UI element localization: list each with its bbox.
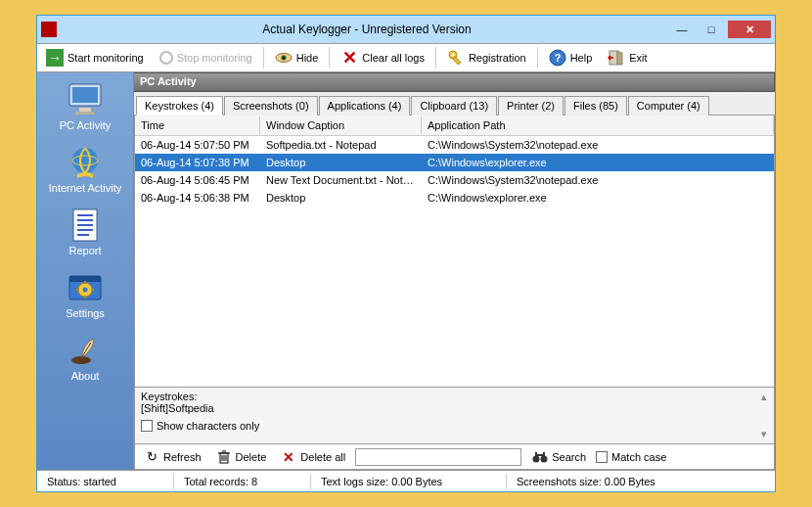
- checkbox-icon: [596, 451, 608, 463]
- tab-5[interactable]: Files (85): [564, 96, 627, 115]
- sidebar-item-report[interactable]: Report: [41, 202, 129, 264]
- svg-rect-11: [79, 108, 91, 112]
- table-row[interactable]: 06-Aug-14 5:07:38 PMDesktopC:\Windows\ex…: [135, 154, 774, 171]
- refresh-button[interactable]: ↻ Refresh: [139, 446, 205, 468]
- refresh-label: Refresh: [163, 451, 202, 463]
- detail-line1: Keystrokes:: [141, 391, 768, 402]
- tab-1[interactable]: Screenshots (0): [224, 96, 318, 115]
- hide-button[interactable]: Hide: [268, 46, 326, 69]
- tab-2[interactable]: Applications (4): [319, 96, 411, 115]
- delete-all-button[interactable]: ✕ Delete all: [276, 446, 349, 468]
- close-button[interactable]: ✕: [728, 21, 771, 38]
- start-monitoring-button[interactable]: → Start monitoring: [39, 46, 151, 69]
- cell-path: C:\Windows\explorer.exe: [422, 190, 774, 206]
- exit-label: Exit: [629, 52, 647, 64]
- sidebar-item-pc-activity[interactable]: PC Activity: [41, 76, 129, 139]
- key-icon: [447, 49, 465, 67]
- scrollbar[interactable]: ▴▾: [761, 391, 771, 440]
- cell-time: 06-Aug-14 5:07:38 PM: [135, 155, 260, 170]
- status-textlogs: Text logs size: 0.00 Bytes: [311, 474, 507, 489]
- svg-rect-5: [453, 57, 461, 65]
- section-header: PC Activity: [134, 72, 775, 92]
- sidebar-item-about[interactable]: About: [41, 327, 129, 390]
- minimize-button[interactable]: —: [669, 21, 695, 38]
- help-icon: ?: [549, 49, 566, 67]
- sidebar-item-label: Settings: [66, 307, 105, 319]
- sidebar-item-settings[interactable]: Settings: [41, 264, 129, 327]
- separator: [329, 47, 330, 69]
- detail-line2: [Shift]Softpedia: [141, 402, 768, 414]
- list-header: Time Window Caption Application Path: [135, 115, 774, 136]
- cell-time: 06-Aug-14 5:06:38 PM: [135, 190, 260, 206]
- col-time[interactable]: Time: [135, 116, 260, 134]
- delete-all-label: Delete all: [300, 451, 345, 463]
- document-icon: [66, 207, 105, 243]
- tabs: Keystrokes (4)Screenshots (0)Application…: [134, 92, 775, 115]
- cell-caption: Desktop: [260, 190, 422, 206]
- hide-label: Hide: [296, 52, 319, 64]
- cell-time: 06-Aug-14 5:06:45 PM: [135, 172, 260, 188]
- monitor-icon: [66, 82, 105, 117]
- svg-point-4: [451, 54, 454, 57]
- search-button[interactable]: Search: [527, 446, 590, 468]
- sidebar-item-label: Report: [68, 245, 101, 256]
- quill-icon: [66, 333, 105, 368]
- cell-caption: Softpedia.txt - Notepad: [260, 137, 422, 153]
- x-icon: ✕: [340, 49, 358, 67]
- registration-button[interactable]: Registration: [440, 46, 533, 69]
- tab-4[interactable]: Printer (2): [498, 96, 564, 115]
- col-path[interactable]: Application Path: [422, 116, 774, 134]
- refresh-icon: ↻: [143, 448, 160, 466]
- match-case-checkbox[interactable]: Match case: [596, 451, 666, 463]
- cell-caption: Desktop: [260, 155, 422, 170]
- x-icon: ✕: [280, 448, 297, 466]
- status-screenshots: Screenshots size: 0.00 Bytes: [507, 474, 775, 489]
- stop-icon: [159, 51, 173, 65]
- svg-rect-40: [543, 452, 545, 457]
- search-label: Search: [552, 451, 586, 463]
- exit-icon: [608, 49, 625, 67]
- trash-icon: [215, 448, 233, 466]
- status-bar: Status: started Total records: 8 Text lo…: [37, 470, 775, 491]
- separator: [263, 47, 264, 69]
- search-input[interactable]: [355, 448, 521, 466]
- clear-all-logs-button[interactable]: ✕ Clear all logs: [334, 46, 431, 69]
- app-window: Actual Keylogger - Unregistered Version …: [36, 15, 776, 492]
- registration-label: Registration: [469, 52, 526, 64]
- maximize-button[interactable]: □: [699, 21, 724, 38]
- col-caption[interactable]: Window Caption: [260, 116, 422, 134]
- help-label: Help: [570, 52, 593, 64]
- tab-3[interactable]: Clipboard (13): [411, 96, 497, 115]
- gear-icon: [66, 270, 105, 305]
- tab-0[interactable]: Keystrokes (4): [136, 96, 223, 115]
- bottom-bar: ↻ Refresh Delete ✕ Delete all: [135, 443, 774, 469]
- app-icon: [41, 22, 57, 37]
- start-monitoring-label: Start monitoring: [68, 52, 144, 64]
- cell-path: C:\Windows\System32\notepad.exe: [422, 137, 774, 153]
- sidebar-item-label: Internet Activity: [49, 182, 122, 194]
- show-chars-only-label: Show characters only: [157, 420, 259, 432]
- exit-button[interactable]: Exit: [601, 46, 654, 69]
- stop-monitoring-label: Stop monitoring: [177, 52, 252, 64]
- tab-6[interactable]: Computer (4): [628, 96, 709, 115]
- separator: [435, 47, 436, 69]
- cell-time: 06-Aug-14 5:07:50 PM: [135, 137, 260, 153]
- show-chars-only-checkbox[interactable]: Show characters only: [141, 420, 768, 432]
- sidebar-item-internet-activity[interactable]: Internet Activity: [41, 139, 129, 202]
- delete-button[interactable]: Delete: [211, 446, 271, 468]
- status-status: Status: started: [37, 474, 174, 489]
- svg-rect-12: [75, 112, 95, 115]
- match-case-label: Match case: [611, 451, 666, 463]
- svg-point-13: [72, 148, 98, 173]
- table-row[interactable]: 06-Aug-14 5:07:50 PMSoftpedia.txt - Note…: [135, 136, 774, 154]
- sidebar: PC Activity Internet Activity Report Set…: [37, 72, 133, 470]
- titlebar: Actual Keylogger - Unregistered Version …: [37, 16, 775, 43]
- list-area: Time Window Caption Application Path 06-…: [134, 115, 775, 470]
- table-row[interactable]: 06-Aug-14 5:06:45 PMNew Text Document.tx…: [135, 171, 774, 189]
- svg-rect-10: [72, 87, 98, 103]
- svg-rect-39: [535, 452, 537, 457]
- help-button[interactable]: ? Help: [542, 46, 600, 69]
- table-row[interactable]: 06-Aug-14 5:06:38 PMDesktopC:\Windows\ex…: [135, 189, 774, 207]
- cell-path: C:\Windows\explorer.exe: [422, 155, 774, 170]
- window-buttons: — □ ✕: [669, 21, 771, 38]
